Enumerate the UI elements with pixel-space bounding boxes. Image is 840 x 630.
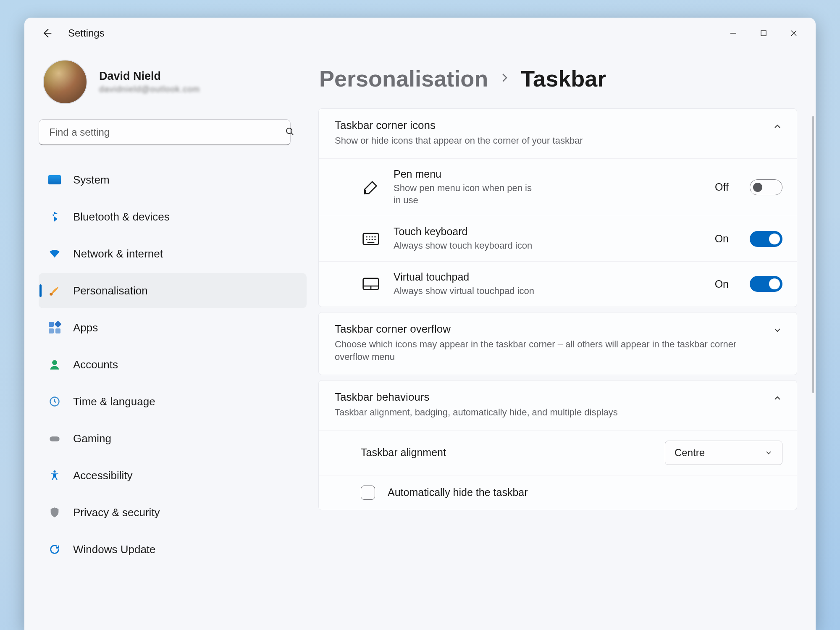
toggle-state-label: Off [715,181,729,193]
taskbar-alignment-select[interactable]: Centre [665,441,782,465]
chevron-up-icon [772,121,782,133]
minimize-button[interactable] [718,22,748,45]
pen-menu-row: Pen menu Show pen menu icon when pen is … [319,158,797,216]
system-icon [48,173,61,186]
accessibility-icon [48,469,61,482]
sidebar: David Nield davidnield@outlook.com Syste… [24,49,318,630]
toggle-state-label: On [715,278,729,290]
row-title: Virtual touchpad [394,271,536,283]
nav-label: Accessibility [73,469,133,482]
search-input[interactable] [39,119,291,145]
section-title: Taskbar behaviours [335,391,618,404]
svg-point-1 [286,128,292,134]
nav-label: Bluetooth & devices [73,210,170,223]
row-title: Taskbar alignment [361,446,446,459]
virtual-touchpad-toggle[interactable] [750,276,782,292]
nav-label: System [73,173,110,186]
pen-icon [361,179,381,196]
taskbar-corner-overflow-section: Taskbar corner overflow Choose which ico… [318,312,797,375]
select-value: Centre [675,447,705,459]
auto-hide-row: Automatically hide the taskbar [319,475,797,510]
chevron-down-icon [764,449,773,457]
nav-label: Windows Update [73,543,156,556]
bluetooth-icon [48,210,61,223]
gamepad-icon [48,432,61,445]
sidebar-nav: System Bluetooth & devices Network & int… [39,162,307,567]
section-header[interactable]: Taskbar behaviours Taskbar alignment, ba… [319,381,797,430]
nav-label: Accounts [73,358,118,371]
nav-accessibility[interactable]: Accessibility [39,458,307,493]
section-desc: Choose which icons may appear in the tas… [335,338,760,364]
row-title: Pen menu [394,168,536,180]
row-title: Touch keyboard [394,226,536,238]
user-name: David Nield [99,70,200,83]
shield-icon [48,506,61,519]
search-container [39,119,307,145]
title-bar: Settings [24,18,816,49]
row-desc: Always show touch keyboard icon [394,239,536,252]
touchpad-icon [361,277,381,291]
nav-label: Personalisation [73,284,148,297]
nav-label: Gaming [73,432,111,445]
close-button[interactable] [779,22,809,45]
nav-system[interactable]: System [39,162,307,197]
update-icon [48,543,61,556]
scrollbar[interactable] [812,116,814,393]
nav-label: Time & language [73,395,155,408]
toggle-state-label: On [715,233,729,245]
touch-keyboard-toggle[interactable] [750,231,782,247]
nav-label: Privacy & security [73,506,160,519]
main-panel: Personalisation Taskbar Taskbar corner i… [318,49,816,630]
nav-bluetooth[interactable]: Bluetooth & devices [39,199,307,234]
taskbar-behaviours-section: Taskbar behaviours Taskbar alignment, ba… [318,380,797,510]
nav-personalisation[interactable]: Personalisation [39,273,307,308]
search-icon [285,126,295,138]
chevron-right-icon [498,71,511,86]
app-title: Settings [68,27,105,39]
window-controls [718,22,809,45]
keyboard-icon [361,232,381,246]
globe-clock-icon [48,395,61,408]
taskbar-alignment-row: Taskbar alignment Centre [319,430,797,475]
nav-gaming[interactable]: Gaming [39,421,307,456]
virtual-touchpad-row: Virtual touchpad Always show virtual tou… [319,261,797,307]
back-button[interactable] [35,22,58,45]
breadcrumb-current: Taskbar [521,66,606,92]
row-desc: Always show virtual touchpad icon [394,285,536,297]
chevron-down-icon [772,325,782,337]
nav-time-language[interactable]: Time & language [39,384,307,419]
apps-icon [48,321,61,334]
row-desc: Show pen menu icon when pen is in use [394,182,536,207]
row-title: Automatically hide the taskbar [388,486,528,499]
section-header[interactable]: Taskbar corner icons Show or hide icons … [319,109,797,158]
nav-network[interactable]: Network & internet [39,236,307,271]
nav-label: Apps [73,321,98,334]
user-profile[interactable]: David Nield davidnield@outlook.com [39,60,307,104]
nav-apps[interactable]: Apps [39,310,307,345]
settings-window: Settings David Nield davidnield@outlook.… [24,18,816,630]
nav-label: Network & internet [73,247,163,260]
auto-hide-checkbox[interactable] [361,486,375,500]
nav-privacy[interactable]: Privacy & security [39,495,307,530]
chevron-up-icon [772,393,782,405]
wifi-icon [48,247,61,260]
user-email: davidnield@outlook.com [99,84,200,94]
nav-windows-update[interactable]: Windows Update [39,532,307,567]
nav-accounts[interactable]: Accounts [39,347,307,382]
breadcrumb-parent[interactable]: Personalisation [319,66,488,92]
maximize-button[interactable] [748,22,779,45]
person-icon [48,358,61,371]
svg-point-6 [53,470,55,472]
svg-point-2 [50,293,52,296]
section-header[interactable]: Taskbar corner overflow Choose which ico… [319,312,797,375]
pen-menu-toggle[interactable] [750,179,782,195]
svg-rect-0 [761,31,766,36]
section-title: Taskbar corner overflow [335,323,760,336]
section-title: Taskbar corner icons [335,119,583,132]
breadcrumb: Personalisation Taskbar [318,66,797,92]
avatar [43,60,87,104]
svg-point-3 [52,360,57,365]
touch-keyboard-row: Touch keyboard Always show touch keyboar… [319,216,797,261]
taskbar-corner-icons-section: Taskbar corner icons Show or hide icons … [318,108,797,307]
section-desc: Taskbar alignment, badging, automaticall… [335,406,618,419]
